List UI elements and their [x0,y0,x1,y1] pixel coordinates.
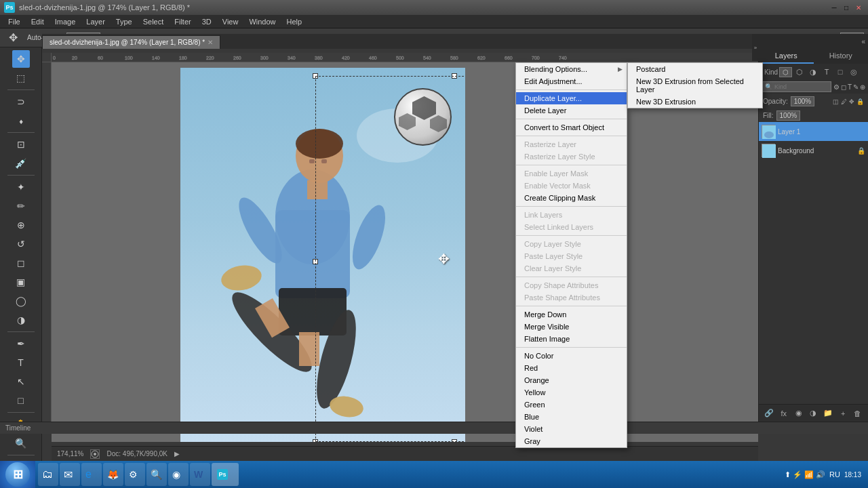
menu-layer[interactable]: Layer [81,16,111,27]
ctx-delete-layer[interactable]: Delete Layer [516,104,627,117]
adjustment-layer-btn[interactable]: ◑ [806,407,820,420]
ctx-create-clipping-mask[interactable]: Create Clipping Mask [516,192,627,204]
quick-select-tool[interactable]: ⬧ [12,112,30,129]
eyedropper-tool[interactable]: 💉 [12,155,30,172]
blur-tool[interactable]: ◯ [12,292,30,310]
ctx-color-gray[interactable]: Gray [516,435,627,447]
minimize-button[interactable]: ─ [829,3,840,12]
fill-value[interactable]: 100% [776,110,801,121]
layer-mask-btn[interactable]: ◉ [792,407,806,420]
sel-handle-bl[interactable] [313,439,318,442]
gradient-tool[interactable]: ▣ [12,273,30,291]
panel-expand-icon[interactable]: « [861,38,865,45]
submenu-new-3d-extrusion[interactable]: New 3D Extrusion [628,96,762,108]
history-brush-tool[interactable]: ↺ [12,235,30,253]
canvas-area[interactable]: ✥ [52,62,758,442]
taskbar-item-settings[interactable]: ⚙ [125,463,145,486]
crop-tool[interactable]: ⊡ [12,136,30,153]
close-button[interactable]: ✕ [853,3,864,12]
text-tool[interactable]: T [12,354,30,371]
layers-tab[interactable]: Layers [759,49,814,64]
lasso-tool[interactable]: ⊃ [12,93,30,110]
ctx-color-violet[interactable]: Violet [516,423,627,435]
layer-item-background[interactable]: Background 🔒 [759,141,868,160]
taskbar-item-chrome[interactable]: ◉ [168,463,189,486]
move-tool[interactable]: ✥ [12,50,30,68]
sel-handle-ml[interactable] [313,259,318,264]
menu-filter[interactable]: Filter [169,16,196,27]
ctx-color-green[interactable]: Green [516,399,627,411]
kind-dropdown[interactable]: ⬡ [779,67,792,77]
taskbar-item-ie[interactable]: e [81,463,102,486]
move-tool-icon[interactable]: ✥ [4,29,22,47]
taskbar-item-firefox[interactable]: 🦊 [103,463,123,486]
filter-pixel-btn[interactable]: ⬡ [793,66,806,78]
panel-icon-3[interactable]: T [848,83,852,91]
lock-image-icon[interactable]: 🖊 [841,98,847,105]
layer-style-btn[interactable]: fx [777,407,791,420]
ctx-no-color[interactable]: No Color [516,350,627,362]
doc-tab-close-icon[interactable]: ✕ [208,39,213,46]
opacity-value[interactable]: 100% [791,96,815,106]
pen-tool[interactable]: ✒ [12,335,30,352]
new-layer-btn[interactable]: + [836,407,850,420]
sel-handle-bm[interactable] [452,439,457,442]
eraser-tool[interactable]: ◻ [12,254,30,272]
ctx-merge-visible[interactable]: Merge Visible [516,321,627,333]
dodge-tool[interactable]: ◑ [12,311,30,329]
menu-view[interactable]: View [217,16,244,27]
filter-type-btn[interactable]: T [821,66,833,78]
ctx-flatten-image[interactable]: Flatten Image [516,333,627,345]
lock-all-icon[interactable]: 🔒 [856,98,864,105]
filter-shape-btn[interactable]: □ [834,66,846,78]
taskbar-item-search[interactable]: 🔍 [146,463,167,486]
history-tab[interactable]: History [814,49,869,64]
taskbar-item-photoshop[interactable]: Ps [212,463,239,486]
menu-select[interactable]: Select [138,16,170,27]
ctx-convert-smart-object[interactable]: Convert to Smart Object [516,121,627,134]
shape-tool[interactable]: □ [12,392,30,409]
menu-image[interactable]: Image [50,16,81,27]
ctx-duplicate-layer[interactable]: Duplicate Layer... [516,92,627,104]
ctx-color-orange[interactable]: Orange [516,374,627,386]
stamp-tool[interactable]: ⊕ [12,216,30,234]
search-box[interactable]: 🔍 Kind [762,81,831,92]
maximize-button[interactable]: □ [841,3,852,12]
layer-item-layer1[interactable]: Layer 1 [759,122,868,141]
marquee-tool[interactable]: ⬚ [12,69,30,87]
path-selection-tool[interactable]: ↖ [12,373,30,390]
taskbar-item-mail[interactable]: ✉ [60,463,80,486]
taskbar-item-explorer[interactable]: 🗂 [38,463,58,486]
sel-handle-tl[interactable] [313,73,318,79]
ctx-merge-down[interactable]: Merge Down [516,308,627,321]
submenu-new-3d-extrusion-selected[interactable]: New 3D Extrusion from Selected Layer [628,75,762,96]
filter-adjust-btn[interactable]: ◑ [807,66,819,78]
ctx-blending-options[interactable]: Blending Options... [516,63,627,75]
lock-transparent-icon[interactable]: ◫ [833,98,839,105]
lock-position-icon[interactable]: ✥ [849,98,854,105]
menu-window[interactable]: Window [243,16,281,27]
menu-help[interactable]: Help [281,16,308,27]
ctx-edit-adjustment[interactable]: Edit Adjustment... [516,75,627,87]
delete-layer-btn[interactable]: 🗑 [851,407,865,420]
menu-file[interactable]: File [3,16,26,27]
filter-smart-btn[interactable]: ◎ [848,66,860,78]
menu-edit[interactable]: Edit [26,16,50,27]
document-tab-active[interactable]: sled-ot-dvizhenija-1.jpg @ 174% (Layer 1… [42,35,220,49]
menu-type[interactable]: Type [111,16,138,27]
panel-icon-5[interactable]: ⊕ [860,83,865,91]
healing-brush-tool[interactable]: ✦ [12,178,30,196]
submenu-postcard[interactable]: Postcard [628,63,762,75]
sel-handle-tm[interactable] [452,73,457,79]
panel-icon-4[interactable]: ✎ [853,83,859,91]
ctx-color-yellow[interactable]: Yellow [516,386,627,399]
menu-3d[interactable]: 3D [197,16,217,27]
panel-icon-2[interactable]: ◻ [841,83,846,91]
group-layers-btn[interactable]: 📁 [821,407,835,420]
panel-icon-1[interactable]: ⚙ [833,83,840,91]
taskbar-item-word[interactable]: W [190,463,210,486]
ctx-color-blue[interactable]: Blue [516,411,627,423]
status-arrow[interactable]: ▶ [174,450,180,458]
link-layers-btn[interactable]: 🔗 [762,407,776,420]
ctx-color-red[interactable]: Red [516,362,627,374]
